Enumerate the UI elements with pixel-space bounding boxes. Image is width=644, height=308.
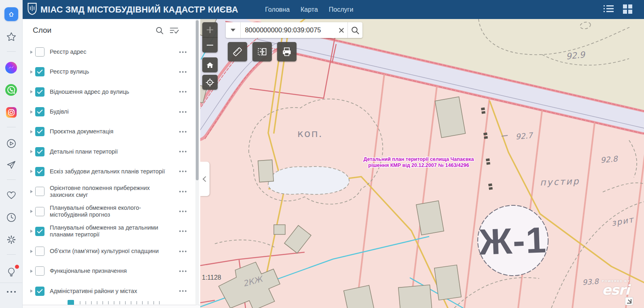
layer-checkbox[interactable] [35, 67, 44, 76]
layer-row: Функціональне призначення [22, 261, 195, 281]
zoom-in-button[interactable] [202, 22, 218, 37]
kyiv-emblem-icon [27, 2, 37, 17]
expand-caret-icon[interactable] [30, 170, 33, 173]
layer-label: Функціональне призначення [50, 268, 127, 274]
layer-checkbox[interactable] [35, 127, 44, 136]
heart-icon[interactable] [4, 188, 18, 202]
lightbulb-icon[interactable] [4, 265, 18, 279]
layer-label: Детальні плани території [50, 148, 118, 155]
layer-row: Реєстр вулиць [22, 62, 195, 82]
expand-caret-icon[interactable] [30, 110, 33, 114]
esri-attribution: POWERED BY esri [602, 280, 630, 297]
expand-caret-icon[interactable] [30, 150, 33, 153]
layer-menu-dots-icon[interactable] [179, 210, 187, 213]
layer-row: Відношення адрес до вулиць [22, 82, 195, 102]
dropdown-arrow-icon[interactable] [226, 22, 241, 38]
panel-scrollbar-thumb[interactable] [196, 20, 199, 180]
elevation-label: 92.8 [600, 154, 619, 165]
expand-caret-icon[interactable] [30, 230, 33, 233]
layer-menu-dots-icon[interactable] [179, 51, 187, 53]
search-icon[interactable] [155, 26, 164, 36]
messenger-icon[interactable] [4, 61, 18, 74]
chevron-left-icon [203, 176, 208, 181]
clock-icon[interactable] [4, 211, 18, 224]
home-extent-button[interactable] [202, 57, 218, 72]
filter-check-icon[interactable] [169, 26, 179, 36]
locate-button[interactable] [202, 75, 218, 90]
zoom-out-button[interactable] [202, 37, 218, 53]
layer-checkbox[interactable] [35, 167, 44, 176]
layer-list: Реєстр адрес Реєстр вулиць Відношення ад… [22, 42, 195, 301]
expand-caret-icon[interactable] [30, 289, 33, 293]
search-submit-icon[interactable] [347, 22, 362, 38]
layer-menu-dots-icon[interactable] [179, 91, 187, 93]
measure-ruler-icon[interactable] [228, 42, 247, 61]
map-tools [228, 42, 297, 61]
layer-checkbox[interactable] [35, 227, 44, 236]
play-circle-icon[interactable] [4, 137, 18, 150]
search-input[interactable] [241, 26, 335, 34]
nav-posluhy[interactable]: Послуги [329, 6, 354, 13]
layer-checkbox[interactable] [35, 207, 44, 216]
expand-arrow-icon[interactable] [625, 297, 633, 305]
elevation-label: 92.7 [515, 131, 534, 141]
list-icon[interactable] [603, 4, 614, 15]
expand-caret-icon[interactable] [30, 70, 33, 74]
layer-row: Детальні плани території [22, 141, 195, 161]
layer-checkbox[interactable] [35, 266, 44, 276]
expand-caret-icon[interactable] [30, 130, 33, 133]
apps-grid-icon[interactable] [622, 4, 633, 16]
layer-checkbox[interactable] [35, 187, 44, 196]
layer-menu-dots-icon[interactable] [179, 190, 187, 193]
expand-caret-icon[interactable] [30, 90, 33, 93]
layer-label: Адміністративні райони у містах [50, 288, 137, 295]
legend-ticks [80, 301, 165, 304]
pustyr-label: пустир [540, 176, 580, 188]
layer-menu-dots-icon[interactable] [179, 290, 187, 292]
whatsapp-icon[interactable] [4, 83, 18, 97]
map-canvas[interactable]: Ж-1 92.9 коп. 92.7 92.8 пустир зрит 93.8… [200, 19, 644, 308]
kop-label: коп. [297, 128, 323, 139]
layer-checkbox[interactable] [35, 247, 44, 256]
layer-checkbox[interactable] [35, 147, 44, 156]
elevation-label: 92.9 [566, 50, 586, 61]
layer-menu-dots-icon[interactable] [179, 230, 187, 232]
gear-icon[interactable] [4, 233, 18, 247]
send-icon[interactable] [4, 158, 18, 172]
star-icon[interactable] [4, 30, 18, 44]
layer-menu-dots-icon[interactable] [179, 71, 187, 73]
layer-checkbox[interactable] [35, 87, 44, 97]
layer-checkbox[interactable] [35, 287, 44, 296]
expand-caret-icon[interactable] [30, 250, 33, 253]
layer-row: Будівлі [22, 102, 195, 122]
print-icon[interactable] [277, 42, 297, 61]
layer-menu-dots-icon[interactable] [179, 131, 187, 133]
instagram-icon[interactable] [4, 105, 18, 119]
panel-scrollbar [195, 19, 199, 305]
swipe-compare-icon[interactable] [252, 42, 272, 61]
expand-caret-icon[interactable] [30, 210, 33, 213]
nav-karta[interactable]: Карта [301, 6, 318, 13]
layer-menu-dots-icon[interactable] [179, 170, 187, 173]
home-icon[interactable] [4, 7, 18, 21]
rail-divider [7, 254, 16, 255]
expand-caret-icon[interactable] [30, 51, 33, 54]
app-header: МІАС ЗМД МІСТОБУДІВНИЙ КАДАСТР КИЄВА Гол… [22, 0, 644, 19]
layer-menu-dots-icon[interactable] [179, 270, 187, 272]
layer-menu-dots-icon[interactable] [179, 250, 187, 253]
clear-x-icon[interactable] [335, 24, 347, 36]
collapse-panel-tab[interactable] [200, 162, 210, 196]
layer-checkbox[interactable] [35, 47, 44, 57]
rail-divider [7, 179, 16, 180]
layer-checkbox[interactable] [35, 107, 44, 116]
expand-caret-icon[interactable] [30, 190, 33, 193]
layer-menu-dots-icon[interactable] [179, 150, 187, 153]
more-dots-icon[interactable] [4, 287, 18, 297]
layer-row: Адміністративні райони у містах [22, 281, 195, 301]
nav-holovna[interactable]: Головна [265, 6, 290, 13]
expand-caret-icon[interactable] [30, 270, 33, 273]
layer-label: Планувальні обмеження за детальними план… [50, 224, 171, 238]
layer-menu-dots-icon[interactable] [179, 111, 187, 113]
layer-label: Будівлі [50, 108, 69, 115]
notification-badge [14, 264, 20, 270]
